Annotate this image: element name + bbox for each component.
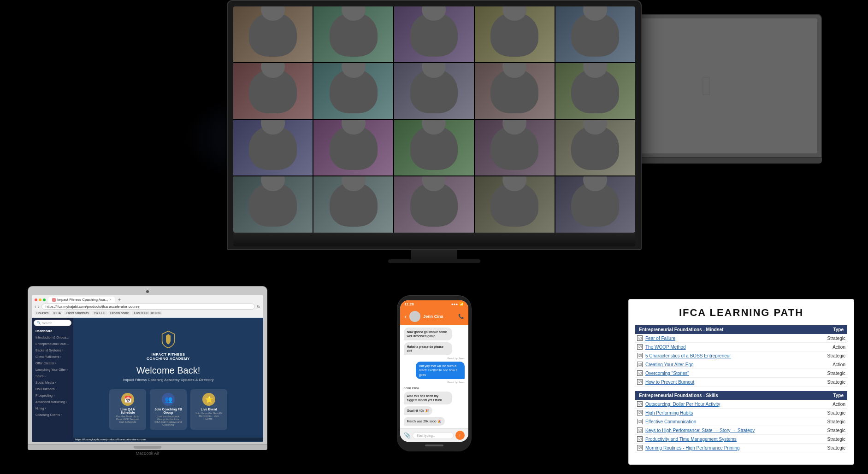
close-tab-button[interactable]: × bbox=[109, 298, 112, 302]
lp-row-outsourcing: ☑ Outsourcing: Dollar Per Hour Activity … bbox=[635, 400, 847, 409]
contact-name-label: Jenn Cina bbox=[404, 386, 465, 390]
video-cell-16 bbox=[233, 176, 313, 232]
toolbar-yr-llc[interactable]: YR LLC bbox=[92, 311, 107, 315]
checkbox-high-performing-habits[interactable]: ☑ bbox=[637, 410, 643, 415]
link-overcoming-stories[interactable]: Overcoming "Stories" bbox=[645, 371, 824, 376]
sidebar-item-intro[interactable]: Introduction & Onboarding bbox=[34, 334, 71, 340]
checkbox-productivity[interactable]: ☑ bbox=[637, 436, 643, 442]
lms-card-event[interactable]: ⭐ Live Event Join Us at the Next Fit Biz… bbox=[190, 389, 227, 430]
back-arrow-icon[interactable]: ‹ bbox=[405, 313, 407, 320]
sidebar-item-backend[interactable]: Backend Systems bbox=[34, 347, 71, 353]
lp-row-alter-ego: ☑ Creating Your Alter-Ego Action bbox=[635, 360, 847, 369]
send-message-button[interactable]: ↑ bbox=[455, 431, 465, 440]
fb-card-title: Join Coaching FB Group bbox=[154, 408, 182, 414]
checkbox-prevent-burnout[interactable]: ☑ bbox=[637, 379, 643, 385]
lp-section-mindset-title: Entrepreneurial Foundations - Mindset bbox=[639, 327, 723, 332]
back-button[interactable]: ‹ bbox=[35, 304, 36, 309]
sidebar-item-social[interactable]: Social Media bbox=[34, 380, 71, 386]
brand-logo-icon bbox=[159, 330, 177, 349]
link-boss-entrepreneur[interactable]: 5 Characteristics of a BOSS Entrepreneur bbox=[645, 353, 824, 358]
forward-button[interactable]: › bbox=[38, 304, 39, 309]
lms-search-bar[interactable]: 🔍 Search... bbox=[34, 320, 71, 326]
link-outsourcing[interactable]: Outsourcing: Dollar Per Hour Activity bbox=[645, 402, 829, 407]
link-alter-ego[interactable]: Creating Your Alter-Ego bbox=[645, 362, 829, 367]
sidebar-item-prospecting[interactable]: Prospecting bbox=[34, 392, 71, 398]
toolbar-ifca[interactable]: IFCA bbox=[52, 311, 63, 315]
link-productivity[interactable]: Productivity and Time Management Systems bbox=[645, 437, 824, 442]
link-prevent-burnout[interactable]: How to Prevent Burnout bbox=[645, 380, 824, 385]
checkbox-keys-high-performance[interactable]: ☑ bbox=[637, 427, 643, 433]
video-cell-9 bbox=[475, 63, 555, 119]
browser-chrome: Impact Fitness Coaching Aca... × + ‹ › h… bbox=[32, 295, 263, 318]
close-window-button[interactable] bbox=[35, 298, 37, 301]
event-icon: ⭐ bbox=[202, 393, 215, 406]
checkbox-outsourcing[interactable]: ☑ bbox=[637, 401, 643, 407]
macbook-model-label: MacBook Air bbox=[28, 451, 267, 456]
toolbar-limited-edition[interactable]: LIMITED EDITION bbox=[132, 311, 162, 315]
chat-message-2: Hahaha please do please doff bbox=[404, 342, 453, 355]
read-receipt-2: Read by Jenn bbox=[447, 381, 464, 384]
video-cell-17 bbox=[313, 176, 393, 232]
sidebar-item-launching[interactable]: Launching Your Offer bbox=[34, 367, 71, 373]
sidebar-item-entrepreneurial[interactable]: Entrepreneurial Foundations bbox=[34, 341, 71, 347]
checkbox-morning-routines[interactable]: ☑ bbox=[637, 445, 643, 451]
toolbar-client-shortcuts[interactable]: Client Shortcuts bbox=[64, 311, 90, 315]
phone-frame: 11:28 ●●● 📶 ‹ Jenn Cina 📞 Now gonna go s… bbox=[397, 296, 471, 451]
macbook-touchpad-notch bbox=[134, 446, 161, 449]
attachment-icon[interactable]: 📎 bbox=[404, 432, 411, 439]
lms-card-fb[interactable]: 👥 Join Coaching FB Group Join the Facebo… bbox=[150, 389, 187, 430]
refresh-button[interactable]: ↻ bbox=[257, 304, 260, 309]
sidebar-item-hiring[interactable]: Hiring bbox=[34, 405, 71, 411]
lms-card-qa[interactable]: 📅 Live Q&A Schedule Get the Most Up to D… bbox=[109, 389, 146, 430]
toolbar-dream-home[interactable]: Dream home bbox=[108, 311, 130, 315]
checkbox-effective-communication[interactable]: ☑ bbox=[637, 419, 643, 424]
video-cell-10 bbox=[555, 63, 635, 119]
learning-path-document: IFCA LEARNING PATH Entrepreneurial Found… bbox=[628, 299, 854, 465]
sidebar-item-coaching[interactable]: Coaching Clients bbox=[34, 412, 71, 418]
checkbox-overcoming-stories[interactable]: ☑ bbox=[637, 370, 643, 376]
sidebar-item-client[interactable]: Client Fulfillment bbox=[34, 354, 71, 360]
macbook-device: Impact Fitness Coaching Aca... × + ‹ › h… bbox=[28, 286, 267, 456]
monitor-base bbox=[388, 259, 480, 263]
link-fear-of-failure[interactable]: Fear of Failure bbox=[645, 336, 824, 341]
link-keys-high-performance[interactable]: Keys to High Performance: State → Story … bbox=[645, 428, 824, 433]
sidebar-item-dashboard[interactable]: Dashboard bbox=[34, 328, 71, 334]
lms-cards-row: 📅 Live Q&A Schedule Get the Most Up to D… bbox=[109, 389, 227, 430]
message-input[interactable]: Start typing... bbox=[413, 432, 454, 439]
minimize-window-button[interactable] bbox=[39, 298, 41, 301]
link-effective-communication[interactable]: Effective Communication bbox=[645, 419, 824, 424]
link-woop-method[interactable]: The WOOP Method bbox=[645, 345, 829, 350]
browser-status-url: https://ifca.mykajabi.com/products/ifca-… bbox=[73, 438, 263, 441]
checkbox-boss-entrepreneur[interactable]: ☑ bbox=[637, 353, 643, 358]
sidebar-item-offer[interactable]: Offer Creator bbox=[34, 360, 71, 366]
browser-tab[interactable]: Impact Fitness Coaching Aca... × bbox=[48, 297, 115, 303]
video-cell-13 bbox=[394, 120, 474, 176]
read-receipt-1: Read by Jenn bbox=[447, 357, 464, 360]
phone-message-input-area: 📎 Start typing... ↑ bbox=[400, 428, 468, 442]
lp-section-skills-type-label: Type bbox=[833, 393, 844, 398]
lp-row-overcoming-stories: ☑ Overcoming "Stories" Strategic bbox=[635, 369, 847, 378]
link-high-performing-habits[interactable]: High Performing Habits bbox=[645, 410, 824, 415]
type-overcoming-stories: Strategic bbox=[824, 371, 845, 376]
checkbox-woop-method[interactable]: ☑ bbox=[637, 344, 643, 350]
phone-time: 11:28 bbox=[405, 302, 414, 306]
url-input[interactable]: https://ifca.mykajabi.com/products/ifca-… bbox=[41, 304, 255, 310]
checkbox-fear-of-failure[interactable]: ☑ bbox=[637, 335, 643, 341]
sidebar-item-dm[interactable]: DM Outreach bbox=[34, 386, 71, 392]
toolbar-courses[interactable]: Courses bbox=[35, 311, 50, 315]
phone-home-indicator[interactable] bbox=[425, 445, 443, 446]
video-cell-3 bbox=[394, 6, 474, 62]
call-icon[interactable]: 📞 bbox=[458, 314, 464, 319]
lp-section-skills-header: Entrepreneurial Foundations - Skills Typ… bbox=[635, 391, 847, 400]
sidebar-item-marketing[interactable]: Advanced Marketing bbox=[34, 399, 71, 405]
qa-schedule-icon: 📅 bbox=[121, 393, 134, 406]
type-high-performing-habits: Strategic bbox=[824, 410, 845, 415]
link-morning-routines[interactable]: Morning Routines - High Performance Prim… bbox=[645, 445, 824, 451]
video-cell-20 bbox=[555, 176, 635, 232]
sidebar-item-sales[interactable]: Sales bbox=[34, 373, 71, 379]
new-tab-button[interactable]: + bbox=[118, 297, 121, 302]
maximize-window-button[interactable] bbox=[43, 298, 46, 301]
monitor-chin bbox=[233, 233, 635, 246]
checkbox-alter-ego[interactable]: ☑ bbox=[637, 362, 643, 367]
chat-message-area: Now gonna go smoke some well deserved ga… bbox=[400, 325, 468, 428]
